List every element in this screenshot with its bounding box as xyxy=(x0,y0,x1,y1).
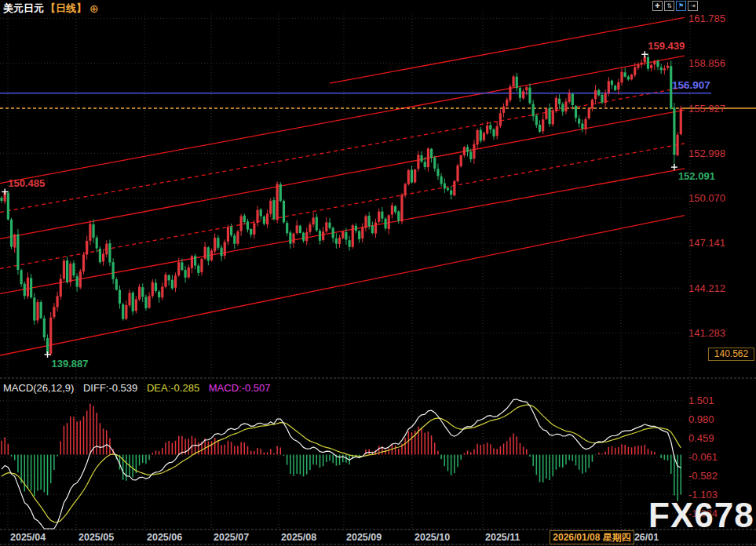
add-indicator-icon[interactable]: ⊕ xyxy=(89,2,99,15)
time-axis-tick: 2025/04 xyxy=(10,532,46,543)
time-axis-tick: 2025/09 xyxy=(346,532,382,543)
trend-channel xyxy=(0,17,685,355)
price-axis-tick: 150.070 xyxy=(688,192,725,204)
pan-icon[interactable]: ✚ xyxy=(652,1,663,11)
macd-header: MACD(26,12,9) DIFF:-0.539 DEA:-0.285 MAC… xyxy=(3,382,277,394)
crosshair-price-box: 140.562 xyxy=(708,348,754,361)
macd-axis-tick: 0.980 xyxy=(688,413,714,425)
resistance-price-label: 156.907 xyxy=(672,79,710,91)
macd-dea-value: DEA:-0.285 xyxy=(147,382,199,394)
macd-axis-tick: -0.061 xyxy=(688,451,718,463)
scale-axes-icon[interactable]: ⇅ xyxy=(664,1,674,11)
macd-axis-tick: 0.459 xyxy=(688,432,714,444)
time-axis-tick: 2025/05 xyxy=(79,532,114,543)
timeframe-label: 【日线】 xyxy=(46,2,86,16)
instrument-title: 美元日元 xyxy=(3,2,44,16)
price-axis-tick: 161.785 xyxy=(688,13,725,24)
price-axis-tick: 147.141 xyxy=(688,237,725,249)
swing-low-label: 152.091 xyxy=(678,170,715,182)
time-axis-tick: 2025/06 xyxy=(147,532,182,543)
time-axis-tick: 2025/10 xyxy=(415,532,450,543)
chart-toolbar: ✚⇅⚑⇥ xyxy=(652,1,698,11)
time-axis-tick: 2025/07 xyxy=(214,532,249,543)
macd-params-label: MACD(26,12,9) xyxy=(3,382,74,394)
swing-markers xyxy=(2,51,677,358)
auto-fit-icon[interactable]: ⚑ xyxy=(676,1,686,11)
shift-right-icon[interactable]: ⇥ xyxy=(688,1,698,11)
chart-svg[interactable] xyxy=(0,0,756,546)
crosshair-date-box: 2026/01/08 星期四 xyxy=(550,530,634,544)
swing-low-label: 139.887 xyxy=(52,358,89,369)
price-axis-tick: 144.212 xyxy=(688,282,725,294)
chart-title-bar: 美元日元 【日线】 ⊕ xyxy=(3,2,99,16)
price-axis-tick: 158.856 xyxy=(688,57,725,69)
price-levels xyxy=(0,93,756,108)
price-axis-tick: 141.283 xyxy=(688,327,725,339)
candlesticks xyxy=(0,53,681,356)
time-axis-tick: 2025/08 xyxy=(281,532,316,543)
fx678-watermark: FX678 xyxy=(648,496,754,535)
swing-high-label: 150.485 xyxy=(8,177,45,189)
macd-axis-tick: -0.582 xyxy=(688,470,718,482)
price-axis-tick: 155.927 xyxy=(688,103,725,115)
chart-window: 美元日元 【日线】 ⊕ ✚⇅⚑⇥ 161.785158.856155.92715… xyxy=(0,0,756,546)
swing-high-label: 159.439 xyxy=(648,40,685,52)
macd-axis-tick: 1.501 xyxy=(688,395,714,406)
macd-diff-value: DIFF:-0.539 xyxy=(83,382,137,394)
macd-macd-value: MACD:-0.507 xyxy=(209,382,271,394)
time-axis-tick: 2025/11 xyxy=(485,532,520,543)
macd-panel xyxy=(2,399,681,529)
price-axis-tick: 152.998 xyxy=(688,147,725,159)
